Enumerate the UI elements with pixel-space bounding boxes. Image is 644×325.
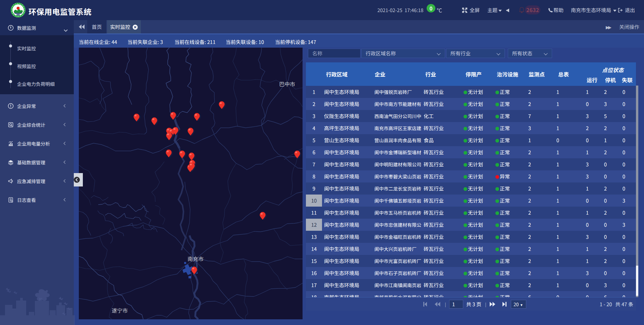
svg-text:遂宁市: 遂宁市 xyxy=(112,306,128,314)
svg-text:南充市: 南充市 xyxy=(187,255,204,263)
svg-text:巴中市: 巴中市 xyxy=(279,80,295,88)
